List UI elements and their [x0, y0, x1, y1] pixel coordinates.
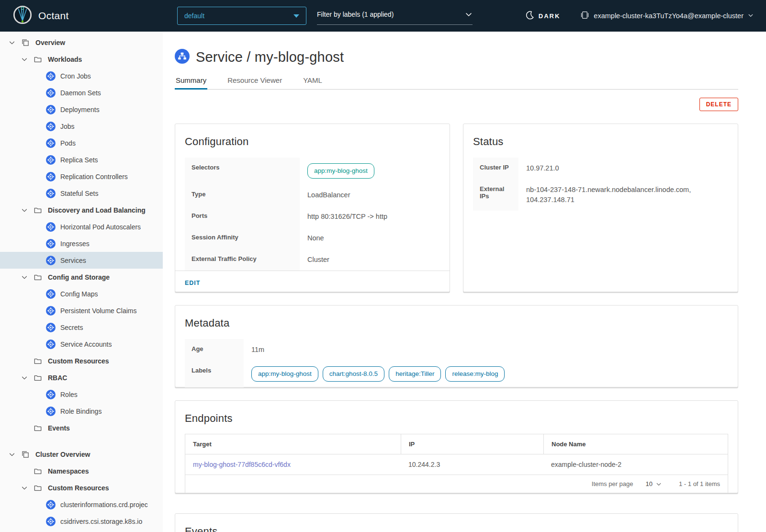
sidebar-item-roles[interactable]: Roles — [0, 386, 163, 403]
chevron-down-icon — [465, 11, 473, 20]
folder-icon — [34, 272, 43, 282]
theme-toggle[interactable]: DARK — [525, 11, 561, 21]
chevron-down-icon[interactable] — [9, 39, 16, 46]
sidebar-item-label: Custom Resources — [48, 357, 109, 365]
cluster-icon — [580, 11, 589, 21]
configuration-title: Configuration — [175, 124, 450, 148]
label-pill[interactable]: heritage:Tiller — [389, 366, 441, 382]
resource-icon — [46, 122, 56, 131]
config-row-value: http 80:31626/TCP -> http — [300, 206, 440, 227]
sidebar-item-service-accounts[interactable]: Service Accounts — [0, 336, 163, 352]
sidebar-item-label: Overview — [35, 39, 65, 46]
items-per-page-select[interactable]: 10 — [646, 480, 662, 487]
sidebar-item-workloads[interactable]: Workloads — [0, 51, 163, 68]
sidebar-item-horizontal-pod-autoscalers[interactable]: Horizontal Pod Autoscalers — [0, 218, 163, 235]
status-row-label: External IPs — [473, 179, 518, 211]
delete-button[interactable]: DELETE — [699, 98, 738, 111]
sidebar-item-pods[interactable]: Pods — [0, 135, 163, 151]
sidebar-item-jobs[interactable]: Jobs — [0, 118, 163, 135]
sidebar-item-config-and-storage[interactable]: Config and Storage — [0, 269, 163, 285]
configuration-card: Configuration Selectorsapp:my-blog-ghost… — [175, 124, 450, 292]
cluster-context-switcher[interactable]: example-cluster-ka3TuTzYo4a@example-clus… — [580, 11, 754, 21]
label-filter-text: Filter by labels (1 applied) — [317, 11, 394, 18]
resource-icon — [46, 390, 56, 399]
app-header: Octant default Filter by labels (1 appli… — [0, 0, 766, 32]
resource-icon — [46, 71, 56, 81]
chevron-down-icon[interactable] — [21, 485, 29, 491]
sidebar-item-label: Custom Resources — [48, 484, 109, 492]
chevron-down-icon[interactable] — [21, 374, 29, 381]
selector-pill[interactable]: app:my-blog-ghost — [307, 163, 374, 179]
cluster-context-label: example-cluster-ka3TuTzYo4a@example-clus… — [594, 12, 743, 20]
status-table: Cluster IP10.97.21.0External IPsnb-104-2… — [473, 158, 728, 211]
config-row-label: Session Affinity — [185, 227, 300, 249]
sidebar-item-label: Deployments — [60, 106, 100, 113]
resource-icon — [46, 189, 56, 198]
sidebar-item-secrets[interactable]: Secrets — [0, 319, 163, 336]
endpoint-ip: 10.244.2.3 — [401, 454, 543, 475]
label-pill[interactable]: release:my-blog — [445, 366, 505, 382]
edit-link[interactable]: EDIT — [185, 280, 200, 286]
namespace-dropdown-value: default — [184, 12, 204, 20]
sidebar-item-label: Pods — [60, 139, 76, 147]
sidebar-item-label: Daemon Sets — [60, 89, 101, 97]
metadata-card: Metadata Age 11m Labels app:my-blog-ghos… — [175, 305, 738, 387]
column-header-ip: IP — [401, 434, 543, 454]
config-row-value: LoadBalancer — [300, 184, 440, 206]
sidebar-item-events[interactable]: Events — [0, 419, 163, 436]
config-row-value: Cluster — [300, 249, 440, 271]
tab-summary[interactable]: Summary — [175, 74, 207, 90]
sidebar-item-overview[interactable]: Overview — [0, 34, 163, 51]
sidebar-item-cron-jobs[interactable]: Cron Jobs — [0, 68, 163, 84]
navigation-sidebar: OverviewWorkloadsCron JobsDaemon SetsDep… — [0, 32, 163, 532]
tab-yaml[interactable]: YAML — [302, 74, 323, 89]
sidebar-item-role-bindings[interactable]: Role Bindings — [0, 403, 163, 419]
namespace-dropdown[interactable]: default — [177, 7, 306, 25]
sidebar-item-namespaces[interactable]: Namespaces — [0, 463, 163, 479]
app-icon — [21, 450, 31, 459]
sidebar-item-label: Discovery and Load Balancing — [48, 206, 146, 214]
chevron-down-icon[interactable] — [21, 207, 29, 214]
resource-icon — [46, 340, 56, 349]
resource-icon — [46, 323, 56, 332]
resource-icon — [46, 222, 56, 232]
chevron-down-icon[interactable] — [9, 451, 16, 458]
label-filter-dropdown[interactable]: Filter by labels (1 applied) — [317, 7, 473, 25]
column-header-target: Target — [185, 434, 401, 454]
sidebar-item-replica-sets[interactable]: Replica Sets — [0, 151, 163, 168]
sidebar-item-stateful-sets[interactable]: Stateful Sets — [0, 185, 163, 202]
sidebar-item-label: Cron Jobs — [60, 72, 91, 80]
sidebar-item-label: Replica Sets — [60, 156, 98, 164]
resource-icon — [46, 172, 56, 181]
tab-bar: Summary Resource Viewer YAML — [175, 74, 738, 90]
chevron-down-icon[interactable] — [21, 56, 29, 63]
tab-resource-viewer[interactable]: Resource Viewer — [226, 74, 283, 89]
sidebar-item-persistent-volume-claims[interactable]: Persistent Volume Claims — [0, 302, 163, 319]
endpoint-target-link[interactable]: my-blog-ghost-77df85c6cd-vf6dx — [193, 461, 291, 468]
sidebar-item-label: Config Maps — [60, 290, 98, 298]
column-header-node-name: Node Name — [543, 434, 728, 454]
sidebar-item-label: Namespaces — [48, 467, 89, 475]
resource-icon — [46, 289, 56, 299]
chevron-down-icon[interactable] — [21, 274, 29, 281]
sidebar-item-csidrivers-csi-storage-k8s-io[interactable]: csidrivers.csi.storage.k8s.io — [0, 513, 163, 530]
sidebar-item-cluster-overview[interactable]: Cluster Overview — [0, 446, 163, 463]
label-pill[interactable]: chart:ghost-8.0.5 — [323, 366, 384, 382]
sidebar-item-replication-controllers[interactable]: Replication Controllers — [0, 168, 163, 185]
sidebar-item-custom-resources[interactable]: Custom Resources — [0, 479, 163, 496]
sidebar-item-deployments[interactable]: Deployments — [0, 101, 163, 118]
sidebar-item-discovery-and-load-balancing[interactable]: Discovery and Load Balancing — [0, 202, 163, 218]
sidebar-item-services[interactable]: Services — [0, 252, 163, 269]
label-pill[interactable]: app:my-blog-ghost — [251, 366, 318, 382]
sidebar-item-config-maps[interactable]: Config Maps — [0, 285, 163, 302]
sidebar-item-ingresses[interactable]: Ingresses — [0, 235, 163, 252]
folder-icon — [34, 205, 43, 215]
pagination-range: 1 - 1 of 1 items — [679, 480, 720, 487]
sidebar-item-label: Events — [48, 424, 70, 432]
sidebar-item-custom-resources[interactable]: Custom Resources — [0, 352, 163, 369]
sidebar-item-clusterinformations-crd-projec[interactable]: clusterinformations.crd.projec — [0, 496, 163, 513]
status-row-label: Cluster IP — [473, 158, 518, 179]
sidebar-item-label: clusterinformations.crd.projec — [60, 501, 148, 509]
sidebar-item-rbac[interactable]: RBAC — [0, 369, 163, 386]
sidebar-item-daemon-sets[interactable]: Daemon Sets — [0, 84, 163, 101]
